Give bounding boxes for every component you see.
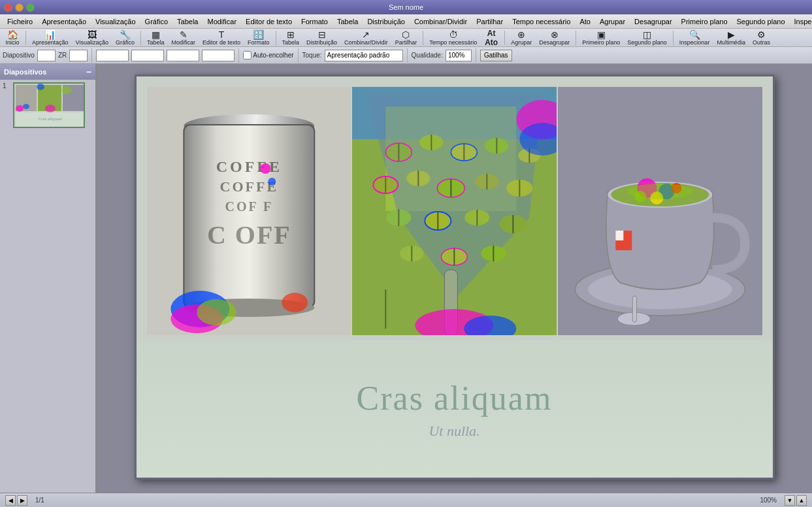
svg-point-5 (23, 104, 29, 109)
maximize-button[interactable] (26, 3, 35, 12)
zoom-down-btn[interactable]: ▼ (785, 495, 795, 506)
tb-ato[interactable]: AtAto (481, 30, 501, 46)
menu-editor[interactable]: Editor de texto (241, 16, 297, 27)
auto-shrink-label[interactable]: Auto-encolher (243, 51, 293, 59)
menu-tempo[interactable]: Tempo necessário (508, 16, 575, 27)
menu-formato[interactable]: Formato (297, 16, 333, 27)
svg-rect-88 (615, 231, 623, 240)
tb-visualizacao[interactable]: 🖼Visualização (73, 30, 111, 46)
auto-shrink-checkbox[interactable] (243, 51, 252, 59)
sidebar-header: Diapositivos − (0, 64, 95, 80)
menu-distribuicao[interactable]: Distribuição (363, 16, 409, 27)
main-toolbar: 🏠Inicio 📊Apresentação 🖼Visualização 🔧Grá… (0, 29, 812, 47)
menu-agrupar[interactable]: Agrupar (595, 16, 630, 27)
tb-tabela[interactable]: ▦Tabela (144, 30, 167, 46)
tb-editor[interactable]: TEditor de texto (200, 30, 243, 46)
tb-primeiro-plano[interactable]: ▣Primeiro plano (579, 30, 623, 46)
prev-slide-btn[interactable]: ◀ (5, 495, 16, 506)
zoom-display: 100% (757, 497, 779, 504)
theme-input[interactable] (325, 50, 403, 61)
menu-combinar[interactable]: Combinar/Dividir (410, 16, 472, 27)
menu-modificar[interactable]: Modificar (203, 16, 241, 27)
svg-rect-90 (632, 296, 636, 322)
svg-text:C OFF: C OFF (206, 220, 291, 250)
sep-tb2-3 (298, 48, 299, 63)
svg-text:COF F: COF F (225, 199, 273, 214)
menu-primeiro-plano[interactable]: Primeiro plano (677, 16, 732, 27)
width-input[interactable] (167, 50, 199, 61)
pos-x-input[interactable] (96, 50, 129, 61)
menu-grafico[interactable]: Gráfico (140, 16, 172, 27)
sidebar-collapse-btn[interactable]: − (86, 67, 91, 77)
svg-text:Cras aliquam: Cras aliquam (38, 116, 63, 122)
app-title: Sem nome (389, 3, 423, 11)
slide-num-1: 1 (3, 82, 10, 90)
tb-partilhar[interactable]: ⬡Partilhar (393, 30, 420, 46)
slide-image-2[interactable] (352, 87, 557, 335)
main-area: Diapositivos − 1 (0, 64, 812, 493)
slide-title: Cras aliquam (357, 379, 553, 417)
tb-distribuicao[interactable]: ⊟Distribuição (304, 30, 340, 46)
canvas-area[interactable]: COFFE COFFE COF F C OFF (97, 64, 812, 493)
height-input[interactable] (202, 50, 235, 61)
sidebar-title: Diapositivos (4, 68, 46, 76)
zoom-label: ZR (58, 52, 67, 59)
quality-input[interactable] (446, 50, 472, 61)
menu-visualizacao[interactable]: Visualização (91, 16, 140, 27)
menu-ato[interactable]: Ato (575, 16, 595, 27)
tb-inspecionar[interactable]: 🔍Inspecionar (677, 30, 713, 46)
svg-rect-13 (184, 125, 314, 308)
separator-1 (25, 31, 26, 45)
slide-label: Diapositivo (3, 52, 35, 59)
menu-segundo-plano[interactable]: Segundo plano (732, 16, 790, 27)
menu-tabela[interactable]: Tabela (172, 16, 203, 27)
next-slide-btn[interactable]: ▶ (17, 495, 27, 506)
menu-ficheiro[interactable]: Ficheiro (3, 16, 37, 27)
svg-point-86 (627, 184, 692, 199)
qualidade-label: Qualidade: (412, 52, 443, 59)
tb-outras[interactable]: ⚙Outras (750, 30, 773, 46)
tb-combinar[interactable]: ↗Combinar/Dividir (342, 30, 391, 46)
slide-info: 1/1 (33, 497, 47, 504)
view-btn[interactable]: Gatilhas (480, 50, 512, 61)
window-controls (4, 3, 35, 12)
tb-formato[interactable]: 🔠Formato (245, 30, 272, 46)
title-bar: Sem nome (0, 0, 812, 14)
menu-tabela2[interactable]: Tabela (333, 16, 363, 27)
zoom-up-btn[interactable]: ▲ (796, 495, 807, 506)
menu-partilhar[interactable]: Partilhar (472, 16, 508, 27)
menu-desagrupar[interactable]: Desagrupar (630, 16, 676, 27)
tb-modificar[interactable]: ✎Modificar (169, 30, 198, 46)
close-button[interactable] (4, 3, 12, 12)
tb-desagrupar[interactable]: ⊗Desagrupar (536, 30, 572, 46)
menu-apresentacao[interactable]: Apresentação (37, 16, 91, 27)
tb-multimedia[interactable]: ▶Multimédia (714, 30, 748, 46)
slide-thumb-img-1[interactable]: Cras aliquam (13, 82, 85, 128)
separator-4 (423, 31, 423, 45)
pos-y-input[interactable] (131, 50, 164, 61)
separator-3 (276, 31, 276, 45)
tb-inicio[interactable]: 🏠Inicio (3, 30, 22, 46)
secondary-toolbar: Diapositivo ZR Auto-encolher Toque: Qual… (0, 47, 812, 64)
tb-agrupar[interactable]: ⊕Agrupar (508, 30, 534, 46)
slide-image-3[interactable] (558, 87, 762, 335)
zoom-controls: ▼ ▲ (785, 495, 807, 506)
svg-text:COFFE: COFFE (216, 158, 282, 175)
tb-tempo[interactable]: ⏱Tempo necessário (427, 30, 479, 46)
presentation-slide[interactable]: COFFE COFFE COF F C OFF (135, 74, 775, 480)
minimize-button[interactable] (15, 3, 24, 12)
sep-tb2-5 (476, 48, 476, 63)
tb-tools[interactable]: 🔧Gráfico (113, 30, 137, 46)
zoom-input[interactable] (69, 50, 88, 61)
slide-input[interactable] (37, 50, 56, 61)
menu-inspecionar[interactable]: Inspecionar (790, 16, 812, 27)
slide-panel[interactable]: 1 (0, 80, 95, 493)
svg-point-23 (268, 178, 276, 186)
tb-apresentacao[interactable]: 📊Apresentação (29, 30, 71, 46)
tb-tabela2[interactable]: ⊞Tabela (280, 30, 302, 46)
svg-point-6 (37, 84, 44, 90)
slide-thumbnail-1[interactable]: 1 (3, 82, 93, 128)
tb-segundo-plano[interactable]: ◫Segundo plano (625, 30, 670, 46)
images-row: COFFE COFFE COF F C OFF (147, 87, 762, 335)
slide-image-1[interactable]: COFFE COFFE COF F C OFF (147, 87, 351, 335)
